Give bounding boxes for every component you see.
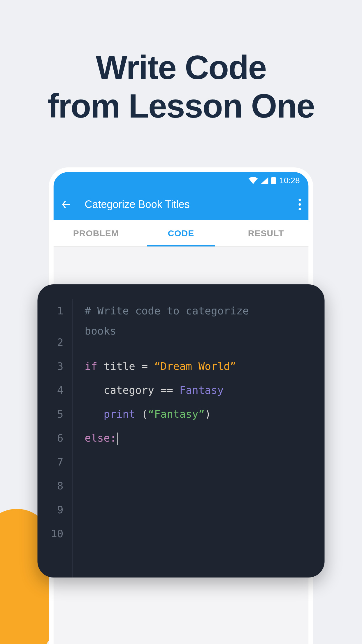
keyword-token: if <box>85 360 97 372</box>
back-arrow-icon[interactable] <box>61 199 72 210</box>
identifier-token: Fantasy <box>173 384 224 396</box>
svg-rect-0 <box>271 177 276 184</box>
line-gutter: 1 2 3 4 5 6 7 8 9 10 <box>38 299 73 578</box>
svg-rect-1 <box>273 177 274 178</box>
code-line <box>85 474 325 498</box>
comment-token: # Write code to categorize <box>85 305 255 317</box>
code-line: else: <box>85 426 325 450</box>
code-line: if title = “Dream World” <box>85 354 325 378</box>
code-line: # Write code to categorize <box>85 299 325 323</box>
more-options-icon[interactable] <box>299 199 301 210</box>
code-line <box>85 450 325 474</box>
operator-token: == <box>161 384 173 396</box>
string-token: “Fantasy” <box>148 408 205 420</box>
code-line <box>85 339 325 354</box>
line-number: 1 <box>38 299 64 323</box>
signal-icon <box>261 177 268 184</box>
variable-token: title = <box>97 360 154 372</box>
wifi-icon <box>248 177 258 184</box>
tab-result[interactable]: RESULT <box>224 220 309 246</box>
status-icons <box>248 177 276 184</box>
status-time: 10:28 <box>279 176 300 185</box>
line-number: 2 <box>38 330 64 354</box>
code-line: print (“Fantasy”) <box>85 402 325 426</box>
code-line: books <box>85 323 325 339</box>
battery-icon <box>271 177 276 184</box>
code-line <box>85 522 325 546</box>
keyword-token: else: <box>85 432 116 444</box>
code-editor[interactable]: 1 2 3 4 5 6 7 8 9 10 # Write code to cat… <box>38 284 325 578</box>
function-token: print <box>85 408 142 420</box>
line-number: 10 <box>38 522 64 546</box>
code-line: category == Fantasy <box>85 378 325 402</box>
tab-code[interactable]: CODE <box>138 220 224 246</box>
code-line <box>85 498 325 522</box>
line-number: 7 <box>38 450 64 474</box>
status-bar: 10:28 <box>54 172 309 189</box>
cursor-icon <box>117 433 118 445</box>
line-number: 8 <box>38 474 64 498</box>
app-bar: Categorize Book Titles <box>54 189 309 220</box>
paren-token: ( <box>142 408 148 420</box>
paren-token: ) <box>205 408 211 420</box>
code-content[interactable]: # Write code to categorize books if titl… <box>73 299 325 578</box>
line-number: 4 <box>38 378 64 402</box>
tab-problem[interactable]: PROBLEM <box>54 220 139 246</box>
line-number: 6 <box>38 426 64 450</box>
string-token: “Dream World” <box>154 360 236 372</box>
comment-token: books <box>85 325 116 337</box>
line-number: 5 <box>38 402 64 426</box>
line-number: 9 <box>38 498 64 522</box>
headline-text: Write Codefrom Lesson One <box>0 48 362 125</box>
variable-token: category <box>85 384 161 396</box>
tab-bar: PROBLEM CODE RESULT <box>54 220 309 247</box>
page-title: Categorize Book Titles <box>85 198 299 211</box>
line-number: 3 <box>38 354 64 378</box>
